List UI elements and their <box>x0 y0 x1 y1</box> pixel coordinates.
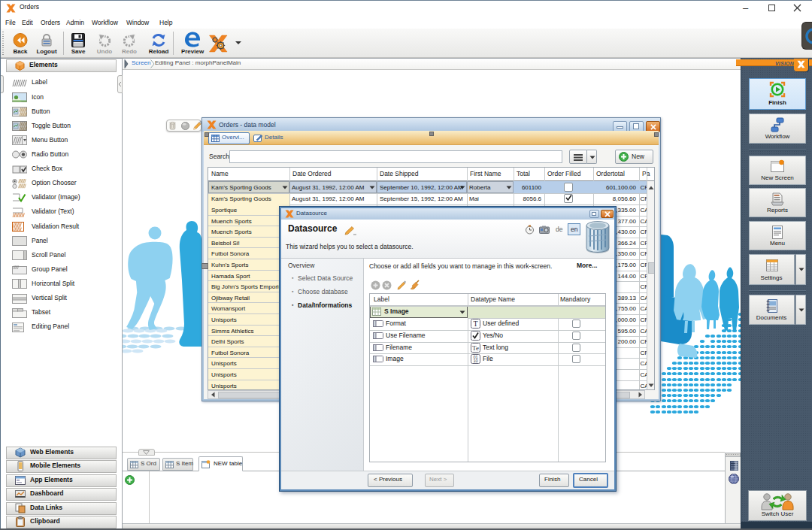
svg-text:T: T <box>473 320 477 328</box>
svg-text:Te: Te <box>472 344 479 352</box>
svg-text:10: 10 <box>473 359 477 363</box>
